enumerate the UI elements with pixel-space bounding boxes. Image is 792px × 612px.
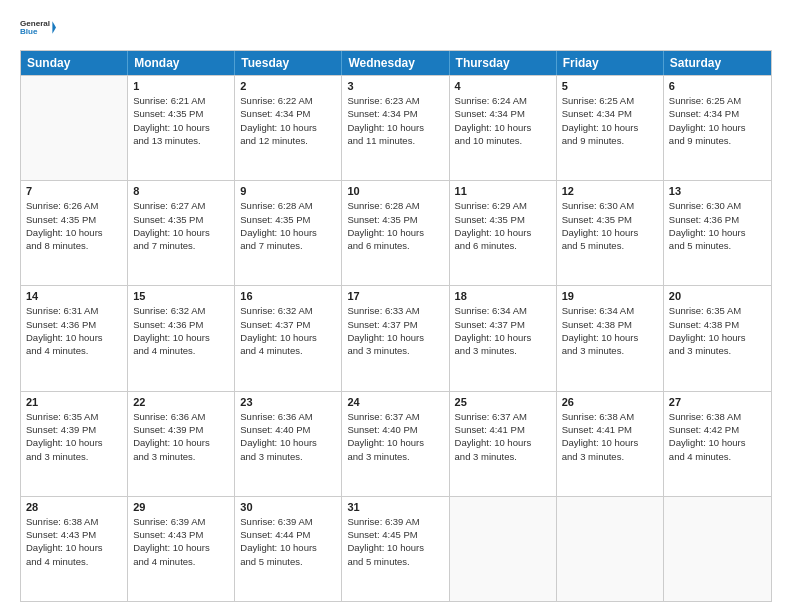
header-day-monday: Monday [128, 51, 235, 75]
day-number: 10 [347, 185, 443, 197]
calendar-cell: 11Sunrise: 6:29 AM Sunset: 4:35 PM Dayli… [450, 181, 557, 285]
calendar-cell: 27Sunrise: 6:38 AM Sunset: 4:42 PM Dayli… [664, 392, 771, 496]
logo-svg: General Blue [20, 10, 56, 46]
day-number: 18 [455, 290, 551, 302]
calendar-cell: 14Sunrise: 6:31 AM Sunset: 4:36 PM Dayli… [21, 286, 128, 390]
svg-marker-2 [52, 21, 56, 34]
calendar-cell: 30Sunrise: 6:39 AM Sunset: 4:44 PM Dayli… [235, 497, 342, 601]
day-info: Sunrise: 6:23 AM Sunset: 4:34 PM Dayligh… [347, 94, 443, 147]
calendar-row-5: 28Sunrise: 6:38 AM Sunset: 4:43 PM Dayli… [21, 496, 771, 601]
day-number: 6 [669, 80, 766, 92]
day-number: 30 [240, 501, 336, 513]
calendar-cell: 6Sunrise: 6:25 AM Sunset: 4:34 PM Daylig… [664, 76, 771, 180]
day-info: Sunrise: 6:25 AM Sunset: 4:34 PM Dayligh… [669, 94, 766, 147]
day-info: Sunrise: 6:32 AM Sunset: 4:37 PM Dayligh… [240, 304, 336, 357]
day-number: 19 [562, 290, 658, 302]
calendar-cell: 13Sunrise: 6:30 AM Sunset: 4:36 PM Dayli… [664, 181, 771, 285]
header-day-friday: Friday [557, 51, 664, 75]
day-info: Sunrise: 6:29 AM Sunset: 4:35 PM Dayligh… [455, 199, 551, 252]
day-number: 27 [669, 396, 766, 408]
calendar-cell: 3Sunrise: 6:23 AM Sunset: 4:34 PM Daylig… [342, 76, 449, 180]
calendar-cell: 21Sunrise: 6:35 AM Sunset: 4:39 PM Dayli… [21, 392, 128, 496]
day-number: 28 [26, 501, 122, 513]
header-day-tuesday: Tuesday [235, 51, 342, 75]
calendar-cell: 26Sunrise: 6:38 AM Sunset: 4:41 PM Dayli… [557, 392, 664, 496]
day-info: Sunrise: 6:35 AM Sunset: 4:38 PM Dayligh… [669, 304, 766, 357]
day-number: 23 [240, 396, 336, 408]
calendar-row-3: 14Sunrise: 6:31 AM Sunset: 4:36 PM Dayli… [21, 285, 771, 390]
day-info: Sunrise: 6:38 AM Sunset: 4:42 PM Dayligh… [669, 410, 766, 463]
calendar-row-2: 7Sunrise: 6:26 AM Sunset: 4:35 PM Daylig… [21, 180, 771, 285]
day-info: Sunrise: 6:32 AM Sunset: 4:36 PM Dayligh… [133, 304, 229, 357]
day-number: 22 [133, 396, 229, 408]
day-info: Sunrise: 6:25 AM Sunset: 4:34 PM Dayligh… [562, 94, 658, 147]
day-info: Sunrise: 6:30 AM Sunset: 4:36 PM Dayligh… [669, 199, 766, 252]
day-info: Sunrise: 6:38 AM Sunset: 4:43 PM Dayligh… [26, 515, 122, 568]
day-number: 20 [669, 290, 766, 302]
calendar-cell: 2Sunrise: 6:22 AM Sunset: 4:34 PM Daylig… [235, 76, 342, 180]
day-number: 4 [455, 80, 551, 92]
day-number: 8 [133, 185, 229, 197]
day-number: 13 [669, 185, 766, 197]
svg-text:General: General [20, 19, 50, 28]
calendar-cell: 31Sunrise: 6:39 AM Sunset: 4:45 PM Dayli… [342, 497, 449, 601]
day-info: Sunrise: 6:28 AM Sunset: 4:35 PM Dayligh… [347, 199, 443, 252]
calendar-cell: 16Sunrise: 6:32 AM Sunset: 4:37 PM Dayli… [235, 286, 342, 390]
header-day-saturday: Saturday [664, 51, 771, 75]
day-number: 29 [133, 501, 229, 513]
calendar-cell [557, 497, 664, 601]
calendar-cell: 5Sunrise: 6:25 AM Sunset: 4:34 PM Daylig… [557, 76, 664, 180]
day-number: 3 [347, 80, 443, 92]
day-number: 12 [562, 185, 658, 197]
day-info: Sunrise: 6:22 AM Sunset: 4:34 PM Dayligh… [240, 94, 336, 147]
logo: General Blue [20, 10, 56, 46]
day-number: 11 [455, 185, 551, 197]
calendar: SundayMondayTuesdayWednesdayThursdayFrid… [20, 50, 772, 602]
calendar-cell: 20Sunrise: 6:35 AM Sunset: 4:38 PM Dayli… [664, 286, 771, 390]
calendar-cell: 22Sunrise: 6:36 AM Sunset: 4:39 PM Dayli… [128, 392, 235, 496]
calendar-cell: 19Sunrise: 6:34 AM Sunset: 4:38 PM Dayli… [557, 286, 664, 390]
day-info: Sunrise: 6:30 AM Sunset: 4:35 PM Dayligh… [562, 199, 658, 252]
day-number: 15 [133, 290, 229, 302]
calendar-cell: 4Sunrise: 6:24 AM Sunset: 4:34 PM Daylig… [450, 76, 557, 180]
calendar-cell: 24Sunrise: 6:37 AM Sunset: 4:40 PM Dayli… [342, 392, 449, 496]
day-info: Sunrise: 6:36 AM Sunset: 4:39 PM Dayligh… [133, 410, 229, 463]
day-number: 7 [26, 185, 122, 197]
day-info: Sunrise: 6:38 AM Sunset: 4:41 PM Dayligh… [562, 410, 658, 463]
day-info: Sunrise: 6:37 AM Sunset: 4:40 PM Dayligh… [347, 410, 443, 463]
calendar-cell [21, 76, 128, 180]
day-info: Sunrise: 6:39 AM Sunset: 4:43 PM Dayligh… [133, 515, 229, 568]
day-number: 26 [562, 396, 658, 408]
day-number: 16 [240, 290, 336, 302]
day-info: Sunrise: 6:21 AM Sunset: 4:35 PM Dayligh… [133, 94, 229, 147]
day-info: Sunrise: 6:28 AM Sunset: 4:35 PM Dayligh… [240, 199, 336, 252]
day-number: 17 [347, 290, 443, 302]
calendar-row-4: 21Sunrise: 6:35 AM Sunset: 4:39 PM Dayli… [21, 391, 771, 496]
calendar-cell: 15Sunrise: 6:32 AM Sunset: 4:36 PM Dayli… [128, 286, 235, 390]
day-info: Sunrise: 6:39 AM Sunset: 4:45 PM Dayligh… [347, 515, 443, 568]
day-number: 31 [347, 501, 443, 513]
day-number: 14 [26, 290, 122, 302]
calendar-header: SundayMondayTuesdayWednesdayThursdayFrid… [21, 51, 771, 75]
day-number: 9 [240, 185, 336, 197]
header-day-wednesday: Wednesday [342, 51, 449, 75]
calendar-cell: 10Sunrise: 6:28 AM Sunset: 4:35 PM Dayli… [342, 181, 449, 285]
day-number: 2 [240, 80, 336, 92]
calendar-cell: 18Sunrise: 6:34 AM Sunset: 4:37 PM Dayli… [450, 286, 557, 390]
calendar-row-1: 1Sunrise: 6:21 AM Sunset: 4:35 PM Daylig… [21, 75, 771, 180]
calendar-cell [664, 497, 771, 601]
day-info: Sunrise: 6:24 AM Sunset: 4:34 PM Dayligh… [455, 94, 551, 147]
day-info: Sunrise: 6:26 AM Sunset: 4:35 PM Dayligh… [26, 199, 122, 252]
day-info: Sunrise: 6:35 AM Sunset: 4:39 PM Dayligh… [26, 410, 122, 463]
day-info: Sunrise: 6:34 AM Sunset: 4:37 PM Dayligh… [455, 304, 551, 357]
calendar-cell [450, 497, 557, 601]
calendar-cell: 25Sunrise: 6:37 AM Sunset: 4:41 PM Dayli… [450, 392, 557, 496]
day-number: 1 [133, 80, 229, 92]
day-info: Sunrise: 6:31 AM Sunset: 4:36 PM Dayligh… [26, 304, 122, 357]
header-day-sunday: Sunday [21, 51, 128, 75]
day-number: 5 [562, 80, 658, 92]
day-info: Sunrise: 6:34 AM Sunset: 4:38 PM Dayligh… [562, 304, 658, 357]
day-number: 21 [26, 396, 122, 408]
day-info: Sunrise: 6:39 AM Sunset: 4:44 PM Dayligh… [240, 515, 336, 568]
calendar-cell: 1Sunrise: 6:21 AM Sunset: 4:35 PM Daylig… [128, 76, 235, 180]
